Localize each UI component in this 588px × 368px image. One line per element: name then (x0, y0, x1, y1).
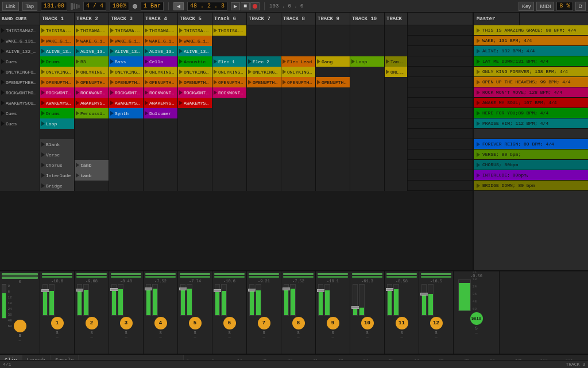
clip-cell-r6-c9[interactable] (350, 87, 385, 98)
clip-cell-r15-c4[interactable] (178, 181, 212, 191)
fader-handle-2[interactable] (110, 288, 118, 291)
clip-cell-r0-c8[interactable] (316, 25, 350, 36)
clip-cell-r1-c3[interactable]: WAKE_G_1... (144, 36, 178, 46)
clip-cell-r5-c3[interactable]: OPENUPTH... (144, 77, 178, 87)
clip-cell-r12-c9[interactable] (350, 150, 385, 160)
ch-num-5[interactable]: 6 (223, 317, 236, 329)
clip-cell-r13-c2[interactable] (109, 160, 144, 170)
clip-cell-r11-c6[interactable] (247, 139, 281, 150)
clip-cell-r15-c1[interactable] (75, 181, 109, 191)
clip-cell-r11-c4[interactable] (178, 139, 212, 150)
clip-cell-r5-c0[interactable]: OPENUPTH... (40, 77, 75, 87)
clip-cell-r9-c5[interactable] (212, 118, 247, 129)
fader-track-8[interactable] (318, 284, 323, 316)
clip-cell-r12-c6[interactable] (247, 150, 281, 160)
ch-s-5[interactable]: S (228, 331, 230, 335)
cue-cell-4[interactable]: ONLYKINGFOREVER_138_C... (0, 67, 40, 77)
clip-cell-r12-c4[interactable] (178, 150, 212, 160)
clip-cell-r14-c3[interactable] (144, 170, 178, 181)
ch-num-7[interactable]: 8 (292, 317, 305, 329)
cue-cell-13[interactable] (0, 160, 40, 170)
ch-num-8[interactable]: 9 (327, 317, 339, 329)
fader-handle-1[interactable] (76, 289, 84, 292)
clip-cell-r10-c2[interactable] (109, 129, 144, 139)
master-fader[interactable] (458, 279, 471, 311)
clip-cell-r2-c10[interactable] (385, 46, 408, 56)
rec-button[interactable] (250, 2, 260, 10)
clip-cell-r11-c0[interactable]: Blank (40, 139, 75, 150)
clip-cell-r4-c3[interactable]: ONLYKINGF... (144, 67, 178, 77)
clip-cell-r4-c5[interactable]: ONLYKINGF... (212, 67, 247, 77)
clip-cell-r1-c9[interactable] (350, 36, 385, 46)
clip-cell-r11-c3[interactable] (144, 139, 178, 150)
clip-cell-r4-c10[interactable]: ONL... (385, 67, 408, 77)
ch-num-0[interactable]: 1 (51, 317, 64, 329)
midi-button[interactable]: MIDI (536, 2, 554, 11)
clip-cell-r15-c5[interactable] (212, 181, 247, 191)
ch-num-1[interactable]: 2 (86, 317, 98, 329)
clip-cell-r13-c6[interactable] (247, 160, 281, 170)
clip-cell-r10-c4[interactable] (178, 129, 212, 139)
clip-cell-r10-c1[interactable] (75, 129, 109, 139)
fader-handle-11[interactable] (420, 293, 428, 296)
master-item-10[interactable] (474, 129, 588, 139)
dot-indicator[interactable] (133, 4, 137, 9)
clip-cell-r4-c2[interactable]: ONLYKINGF... (109, 67, 144, 77)
master-item-8[interactable]: HERE FOR YOU;89 BPM; 4/4 (474, 108, 588, 118)
master-item-0[interactable]: THIS IS AMAZING GRACE; 98 BPM; 4/4 (474, 25, 588, 36)
clip-cell-r10-c3[interactable] (144, 129, 178, 139)
clip-cell-r10-c6[interactable] (247, 129, 281, 139)
cue-cell-9[interactable]: Cues (0, 118, 40, 129)
fader-track-1[interactable] (77, 284, 82, 316)
clip-cell-r5-c4[interactable]: OPENUPTH... (178, 77, 212, 87)
clip-cell-r0-c3[interactable]: THISAMA... (144, 25, 178, 36)
clip-cell-r7-c3[interactable]: AWAKEMYS... (144, 98, 178, 108)
clip-cell-r14-c6[interactable] (247, 170, 281, 181)
clip-cell-r4-c1[interactable]: ONLYKINGF... (75, 67, 109, 77)
ch-num-9[interactable]: 10 (361, 317, 374, 329)
clip-cell-r6-c1[interactable]: ROCKWONT... (75, 87, 109, 98)
clip-cell-r4-c7[interactable]: ONLYKINGF... (281, 67, 316, 77)
cue-cell-0[interactable]: THISISAMAZINGRACE_98 (0, 25, 40, 36)
clip-cell-r14-c9[interactable] (350, 170, 385, 181)
clip-cell-r1-c5[interactable] (212, 36, 247, 46)
clip-cell-r2-c1[interactable]: ALIVE_132... (75, 46, 109, 56)
clip-cell-r6-c5[interactable]: ROCKWONT... (212, 87, 247, 98)
clip-cell-r10-c9[interactable] (350, 129, 385, 139)
clip-cell-r3-c5[interactable]: Elec 1 (212, 56, 247, 67)
fader-track-0[interactable] (42, 284, 48, 316)
clip-cell-r14-c5[interactable] (212, 170, 247, 181)
fader-handle-8[interactable] (317, 289, 325, 292)
clip-cell-r14-c7[interactable] (281, 170, 316, 181)
clip-cell-r15-c3[interactable] (144, 181, 178, 191)
clip-cell-r7-c0[interactable]: AWAKEMYS... (40, 98, 75, 108)
clip-cell-r15-c2[interactable] (109, 181, 144, 191)
fader-track-9[interactable] (353, 284, 358, 316)
clip-cell-r8-c7[interactable] (281, 108, 316, 118)
clip-cell-r12-c7[interactable] (281, 150, 316, 160)
clip-cell-r0-c6[interactable] (247, 25, 281, 36)
ch-s-4[interactable]: S (194, 331, 196, 335)
ch-s-10[interactable]: S (400, 331, 403, 335)
fader-track-5[interactable] (215, 284, 220, 316)
cue-cell-1[interactable]: WAKE_G_131_CUES (0, 36, 40, 46)
clip-cell-r1-c4[interactable]: WAKE_G_1... (178, 36, 212, 46)
clip-cell-r3-c0[interactable]: Drums (40, 56, 75, 67)
clip-cell-r15-c9[interactable] (350, 181, 385, 191)
cue-cell-12[interactable] (0, 150, 40, 160)
clip-cell-r0-c4[interactable]: THISISA... (178, 25, 212, 36)
fader-track-10[interactable] (387, 284, 392, 316)
clip-cell-r8-c5[interactable] (212, 108, 247, 118)
cue-cell-14[interactable] (0, 170, 40, 181)
clip-cell-r14-c0[interactable]: Interlude (40, 170, 75, 181)
clip-cell-r1-c1[interactable]: WAKE_G_1... (75, 36, 109, 46)
clip-cell-r2-c3[interactable]: ALIVE_132... (144, 46, 178, 56)
clip-cell-r14-c2[interactable] (109, 170, 144, 181)
ch-num-0[interactable] (14, 320, 26, 332)
clip-cell-r14-c10[interactable] (385, 170, 408, 181)
clip-cell-r3-c4[interactable]: Acoustic (178, 56, 212, 67)
master-item-2[interactable]: ALIVE; 132 BPM; 4/4 (474, 46, 588, 56)
clip-cell-r12-c10[interactable] (385, 150, 408, 160)
clip-cell-r15-c6[interactable] (247, 181, 281, 191)
clip-cell-r9-c9[interactable] (350, 118, 385, 129)
